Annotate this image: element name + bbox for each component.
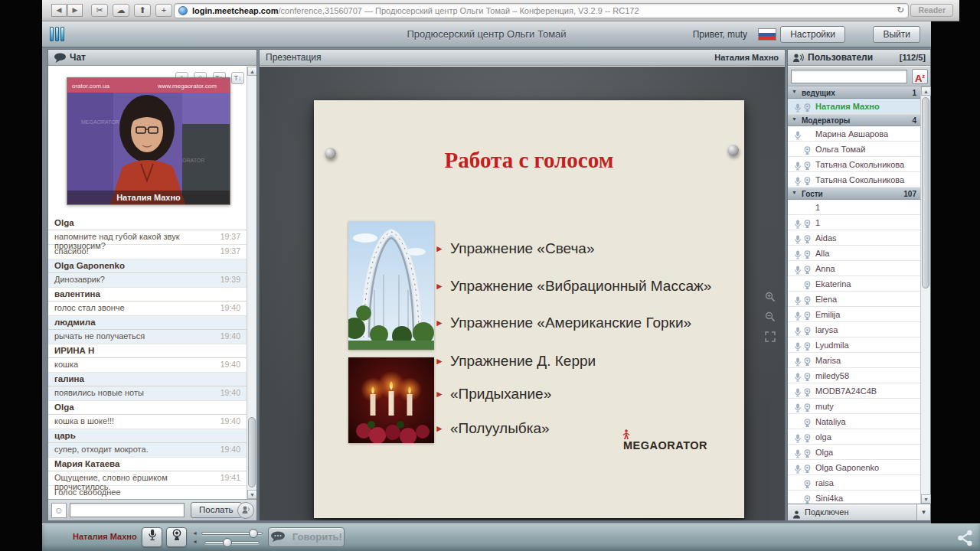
user-row[interactable]: MODB7A24C4B xyxy=(788,383,920,399)
scroll-down-icon[interactable]: ▼ xyxy=(247,490,256,499)
candles-photo xyxy=(348,357,434,443)
chat-message-text: голос стал звонче xyxy=(54,303,125,314)
chat-author: царь xyxy=(48,429,247,443)
chat-message: супер, отходит мокрота.19:40 xyxy=(48,443,247,458)
user-row[interactable]: muty xyxy=(788,399,920,414)
fullscreen-icon[interactable] xyxy=(765,331,777,345)
chat-message-text: напомните над губой какой звук произноси… xyxy=(54,232,220,243)
presentation-controls xyxy=(765,292,777,351)
user-list[interactable]: ▼ведущих1Наталия Махно▼Модераторы4Марина… xyxy=(788,86,920,504)
user-row[interactable]: Sini4ka xyxy=(788,491,920,504)
user-row[interactable]: Anna xyxy=(788,261,920,276)
chat-message: появились новые ноты19:40 xyxy=(48,386,247,401)
scroll-up-icon[interactable]: ▲ xyxy=(921,86,931,96)
site-icon xyxy=(178,6,188,15)
scroll-down-icon[interactable]: ▼ xyxy=(921,494,931,504)
share-icon[interactable] xyxy=(956,528,975,548)
user-row[interactable]: Nataliya xyxy=(788,414,920,429)
address-bar[interactable]: login.meetcheap.com/conference,31560707 … xyxy=(174,3,909,18)
chat-message-time: 19:40 xyxy=(220,445,240,455)
user-group-header[interactable]: ▼ведущих1 xyxy=(788,86,920,99)
user-row[interactable]: Aidas xyxy=(788,230,920,246)
volume-down-icon[interactable]: ◄ xyxy=(192,539,198,544)
private-message-button[interactable] xyxy=(237,502,254,519)
collapse-arrow-icon: ▼ xyxy=(792,190,797,195)
chat-message: кошка в шоке!!!19:40 xyxy=(48,415,247,429)
user-search-input[interactable] xyxy=(791,70,907,83)
zoom-out-icon[interactable] xyxy=(765,311,777,325)
chat-message-group: галинапоявились новые ноты19:40 xyxy=(48,373,247,401)
chat-message: напомните над губой какой звук произноси… xyxy=(48,230,247,245)
user-row[interactable]: Наталия Махно xyxy=(788,99,920,114)
user-row[interactable]: 1 xyxy=(788,215,920,230)
chat-scrollbar-thumb[interactable] xyxy=(248,417,256,487)
share-page-icon[interactable]: ⬆ xyxy=(134,4,151,17)
zoom-in-icon[interactable] xyxy=(765,292,777,305)
chat-message: Динозаврик?19:39 xyxy=(48,273,247,288)
chat-message-group: Olgaнапомните над губой какой звук произ… xyxy=(48,217,247,259)
speaker-volume-slider[interactable] xyxy=(201,532,263,535)
talk-button[interactable]: Говорить! xyxy=(268,527,345,547)
user-row[interactable]: Olga Gaponenko xyxy=(788,460,920,475)
volume-slider-knob[interactable] xyxy=(249,529,258,538)
browser-forward-button[interactable]: ▶ xyxy=(67,4,83,17)
emoticon-picker-button[interactable]: ☺ xyxy=(51,503,67,518)
connection-status-bar[interactable]: Подключен ▼ xyxy=(788,504,930,520)
browser-back-button[interactable]: ◀ xyxy=(51,4,67,17)
user-row[interactable]: Ольга Томай xyxy=(788,142,920,157)
greeting-text: Привет, muty xyxy=(693,21,747,47)
chat-input[interactable] xyxy=(70,503,185,517)
user-group-header[interactable]: ▼Гости107 xyxy=(788,187,920,200)
new-tab-button[interactable]: + xyxy=(155,4,172,17)
user-row[interactable]: Lyudmila xyxy=(788,337,920,353)
slide-bullet: ►Упражнение «Американские Горки» xyxy=(435,315,737,334)
users-scrollbar-thumb[interactable] xyxy=(922,97,929,289)
user-row[interactable]: raisa xyxy=(788,475,920,491)
user-row[interactable]: Marisa xyxy=(788,353,920,368)
user-row[interactable]: Татьяна Сокольникова xyxy=(788,172,920,187)
user-name: Ольга Томай xyxy=(815,142,865,157)
chat-message-list[interactable]: Olgaнапомните над губой какой звук произ… xyxy=(48,217,247,499)
user-row[interactable]: Elena xyxy=(788,292,920,307)
user-name: Lyudmila xyxy=(815,337,849,353)
chat-panel-header[interactable]: Чат xyxy=(48,50,256,66)
bottom-control-bar: Наталия Махно ◄ ◄ Говорить! xyxy=(42,523,980,551)
status-dropdown-button[interactable]: ▼ xyxy=(916,504,930,520)
settings-button[interactable]: Настройки xyxy=(780,26,845,43)
users-panel-header[interactable]: Пользователи [112/5] xyxy=(788,50,930,66)
volume-up-icon[interactable]: ◄ xyxy=(192,530,198,536)
users-scrollbar[interactable]: ▲ ▼ xyxy=(920,86,930,504)
video-watermark-right: www.megaorator.com xyxy=(157,83,217,90)
reader-button[interactable]: Reader xyxy=(910,4,953,17)
cloud-icon[interactable]: ☁ xyxy=(113,4,129,17)
bullet-arrow-icon: ► xyxy=(435,423,450,434)
mic-volume-slider[interactable] xyxy=(204,541,260,544)
sort-az-button[interactable]: Az xyxy=(912,69,928,84)
logout-button[interactable]: Выйти xyxy=(873,26,920,43)
user-group-header[interactable]: ▼Модераторы4 xyxy=(788,114,920,126)
user-row[interactable]: Olga xyxy=(788,445,920,460)
user-row[interactable]: Ekaterina xyxy=(788,276,920,292)
language-flag-icon[interactable] xyxy=(758,28,776,41)
user-row[interactable]: Alla xyxy=(788,246,920,261)
chat-scrollbar[interactable]: ▲ ▼ xyxy=(247,67,256,499)
slide-bullet: ►«Полуулыбка» xyxy=(435,420,737,440)
webcam-button[interactable] xyxy=(166,527,187,547)
user-row[interactable]: Emilija xyxy=(788,307,920,322)
user-row[interactable]: Татьяна Сокольникова xyxy=(788,157,920,172)
scroll-up-icon[interactable]: ▲ xyxy=(247,67,256,76)
send-button[interactable]: Послать xyxy=(191,502,242,518)
volume-slider-knob[interactable] xyxy=(223,538,232,547)
user-row[interactable]: miledy58 xyxy=(788,368,920,383)
user-row[interactable]: olga xyxy=(788,429,920,445)
user-row[interactable]: 1 xyxy=(788,200,920,215)
user-name: Aidas xyxy=(815,230,837,246)
font-decrease-icon[interactable]: T↓ xyxy=(231,72,244,84)
tabs-icon[interactable]: ✂ xyxy=(91,4,108,17)
chat-message-time: 19:40 xyxy=(220,416,240,427)
microphone-button[interactable] xyxy=(142,527,162,547)
user-row[interactable]: Марина Авшарова xyxy=(788,126,920,142)
user-row[interactable]: larysa xyxy=(788,322,920,337)
bullet-arrow-icon: ► xyxy=(435,281,450,292)
refresh-icon[interactable]: ↻ xyxy=(897,5,904,15)
